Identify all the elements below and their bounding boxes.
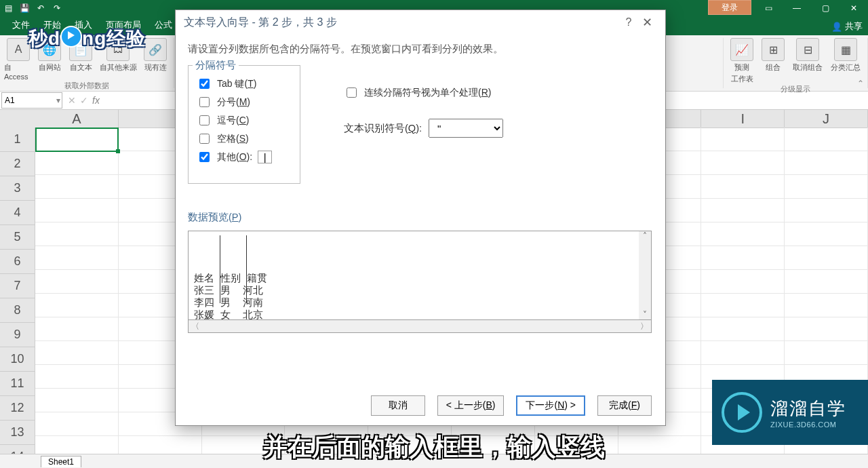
cell[interactable] (35, 128, 119, 151)
cell[interactable] (35, 246, 119, 270)
scroll-right-icon[interactable]: 〉 (640, 321, 651, 332)
cell[interactable] (35, 389, 119, 412)
undo-icon[interactable]: ↶ (35, 3, 46, 14)
group-label-getdata: 获取外部数据 (64, 81, 109, 92)
cell[interactable] (701, 151, 785, 175)
semicolon-checkbox-input[interactable] (199, 97, 210, 107)
subtotal-button[interactable]: ▦分类汇总 (828, 38, 863, 84)
collapse-ribbon-icon[interactable]: ⌃ (857, 79, 864, 88)
text-qualifier-select[interactable]: " (429, 119, 503, 138)
column-header[interactable]: A (35, 110, 119, 128)
scroll-down-icon[interactable]: ˅ (643, 310, 647, 319)
redo-icon[interactable]: ↷ (52, 3, 62, 14)
preview-v-scrollbar[interactable]: ˄ ˅ (639, 231, 651, 319)
ungroup-button[interactable]: ⊟取消组合 (790, 38, 825, 84)
cell[interactable] (785, 199, 868, 222)
text-import-wizard-dialog: 文本导入向导 - 第 2 步，共 3 步 ? ✕ 请设置分列数据所包含的分隔符号… (175, 9, 666, 426)
cell[interactable] (701, 175, 785, 199)
row-header[interactable]: 5 (0, 225, 35, 250)
row-header[interactable]: 3 (0, 176, 35, 201)
forecast-button[interactable]: 📈预测工作表 (728, 38, 756, 84)
consecutive-checkbox-input[interactable] (347, 87, 357, 98)
cell[interactable] (701, 222, 785, 246)
tab-checkbox[interactable]: Tab 键(T) (197, 77, 292, 91)
cell[interactable] (35, 317, 119, 341)
next-button[interactable]: 下一步(N) > (516, 395, 585, 416)
play-icon (60, 26, 82, 47)
scroll-up-icon[interactable]: ˄ (643, 231, 647, 241)
row-header[interactable]: 10 (0, 347, 35, 372)
cell[interactable] (785, 294, 868, 317)
preview-row: 李四 男 河南 (194, 296, 633, 309)
semicolon-checkbox[interactable]: 分号(M) (197, 95, 292, 109)
space-checkbox-input[interactable] (199, 134, 210, 144)
cell[interactable] (701, 294, 785, 317)
tab-checkbox-input[interactable] (199, 79, 210, 89)
name-box[interactable]: A1 ▾ (1, 92, 62, 109)
space-checkbox[interactable]: 空格(S) (197, 132, 292, 146)
cell[interactable] (701, 128, 785, 151)
cell[interactable] (35, 175, 119, 199)
cell[interactable] (35, 151, 119, 175)
other-checkbox[interactable]: 其他(O): (197, 150, 292, 164)
comma-checkbox[interactable]: 逗号(C) (197, 113, 292, 128)
finish-button[interactable]: 完成(F) (597, 395, 652, 416)
cell[interactable] (785, 222, 868, 246)
save-icon[interactable]: 💾 (19, 3, 30, 14)
row-header[interactable]: 12 (0, 396, 35, 421)
row-header[interactable]: 9 (0, 323, 35, 347)
cell[interactable] (701, 270, 785, 294)
row-header[interactable]: 4 (0, 201, 35, 225)
cell[interactable] (35, 199, 119, 222)
cell[interactable] (35, 222, 119, 246)
cancel-button[interactable]: 取消 (371, 395, 425, 416)
accept-formula-icon[interactable]: ✓ (80, 95, 88, 106)
dialog-close-icon[interactable]: ✕ (637, 15, 657, 30)
minimize-icon[interactable]: — (783, 0, 811, 16)
row-header[interactable]: 1 (0, 128, 35, 152)
back-button[interactable]: < 上一步(B) (437, 395, 505, 416)
cancel-formula-icon[interactable]: ✕ (68, 95, 76, 106)
select-all-corner[interactable] (0, 110, 36, 128)
dialog-title-bar: 文本导入向导 - 第 2 步，共 3 步 ? ✕ (176, 10, 665, 35)
cell[interactable] (35, 341, 119, 365)
row-header[interactable]: 8 (0, 298, 35, 323)
maximize-icon[interactable]: ▢ (811, 0, 840, 16)
preview-h-scrollbar[interactable]: 〈 〉 (188, 320, 652, 333)
cell[interactable] (785, 151, 868, 175)
cell[interactable] (785, 341, 868, 365)
row-header[interactable]: 11 (0, 372, 35, 396)
cell[interactable] (785, 317, 868, 341)
close-icon[interactable]: ✕ (840, 0, 868, 16)
cell[interactable] (35, 294, 119, 317)
cell[interactable] (35, 365, 119, 389)
cell[interactable] (785, 246, 868, 270)
dialog-help-icon[interactable]: ? (620, 16, 637, 28)
cell[interactable] (785, 128, 868, 151)
other-checkbox-input[interactable] (199, 152, 210, 162)
comma-checkbox-input[interactable] (199, 115, 210, 125)
forecast-icon: 📈 (730, 38, 753, 61)
cell[interactable] (701, 341, 785, 365)
consecutive-checkbox[interactable]: 连续分隔符号视为单个处理(R) (344, 85, 503, 100)
group-button[interactable]: ⊞组合 (759, 38, 787, 84)
cell[interactable] (701, 199, 785, 222)
row-header[interactable]: 7 (0, 274, 35, 298)
other-delimiter-input[interactable] (258, 151, 272, 163)
scroll-left-icon[interactable]: 〈 (189, 321, 199, 332)
ribbon-options-icon[interactable]: ▭ (754, 0, 783, 16)
column-header[interactable]: J (785, 110, 868, 128)
cell[interactable] (701, 246, 785, 270)
name-box-dropdown-icon[interactable]: ▾ (56, 96, 62, 105)
column-header[interactable]: I (701, 110, 785, 128)
login-badge[interactable]: 登录 (708, 0, 751, 15)
share-button[interactable]: 👤 共享 (831, 20, 863, 33)
text-qualifier-label: 文本识别符号(Q): (344, 122, 422, 135)
cell[interactable] (785, 270, 868, 294)
cell[interactable] (785, 175, 868, 199)
fx-icon[interactable]: fx (92, 95, 100, 106)
row-header[interactable]: 2 (0, 152, 35, 176)
cell[interactable] (35, 270, 119, 294)
cell[interactable] (701, 317, 785, 341)
row-header[interactable]: 6 (0, 250, 35, 274)
